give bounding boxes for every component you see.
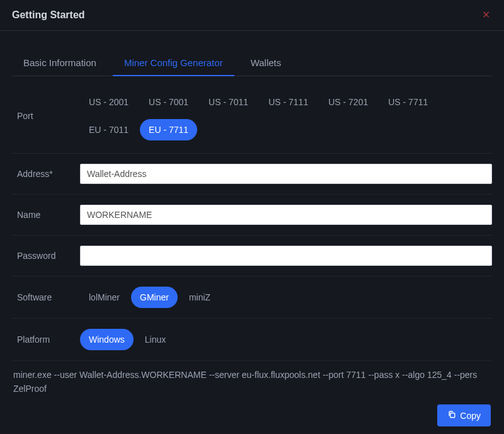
software-options: lolMiner GMiner miniZ [80,287,492,308]
password-input[interactable] [80,246,492,266]
platform-option[interactable]: Linux [136,329,175,350]
software-label: Software [17,292,80,302]
row-address: Address* [12,154,492,195]
modal-body: Basic Information Miner Config Generator… [0,31,504,434]
name-label: Name [17,210,80,220]
copy-row: Copy [12,396,492,430]
port-option[interactable]: US - 7201 [319,91,377,113]
modal-header: Getting Started ✕ [0,0,504,31]
port-option[interactable]: US - 7711 [379,91,437,113]
port-option[interactable]: EU - 7011 [80,119,137,140]
row-password: Password [12,236,492,277]
copy-icon [447,410,456,421]
port-label: Port [17,111,80,121]
tab-basic-information[interactable]: Basic Information [12,51,108,76]
tab-wallets[interactable]: Wallets [239,51,293,76]
port-option[interactable]: US - 7001 [140,91,197,113]
software-option[interactable]: miniZ [180,287,219,308]
tabs: Basic Information Miner Config Generator… [12,51,492,76]
software-option-selected[interactable]: GMiner [131,287,178,308]
copy-button[interactable]: Copy [437,404,491,426]
password-label: Password [17,251,80,261]
row-name: Name [12,195,492,236]
port-option[interactable]: US - 7011 [200,91,257,113]
close-icon[interactable]: ✕ [478,9,494,21]
modal-title: Getting Started [12,9,85,21]
row-software: Software lolMiner GMiner miniZ [12,277,492,319]
platform-option-selected[interactable]: Windows [80,329,134,350]
row-port: Port US - 2001 US - 7001 US - 7011 US - … [12,76,492,154]
address-input[interactable] [80,164,492,184]
svg-rect-0 [450,413,455,418]
row-platform: Platform Windows Linux [12,319,492,361]
port-option[interactable]: US - 7111 [260,91,317,113]
software-option[interactable]: lolMiner [80,287,129,308]
port-options: US - 2001 US - 7001 US - 7011 US - 7111 … [80,91,492,140]
generated-command: miner.exe --user Wallet-Address.WORKERNA… [12,361,492,396]
copy-button-label: Copy [460,411,481,421]
platform-options: Windows Linux [80,329,492,350]
getting-started-modal: Getting Started ✕ Basic Information Mine… [0,0,504,434]
port-option-selected[interactable]: EU - 7711 [140,119,197,140]
platform-label: Platform [17,334,80,345]
port-option[interactable]: US - 2001 [80,91,137,113]
name-input[interactable] [80,205,492,225]
tab-miner-config-generator[interactable]: Miner Config Generator [113,51,234,76]
address-label: Address* [17,169,80,179]
